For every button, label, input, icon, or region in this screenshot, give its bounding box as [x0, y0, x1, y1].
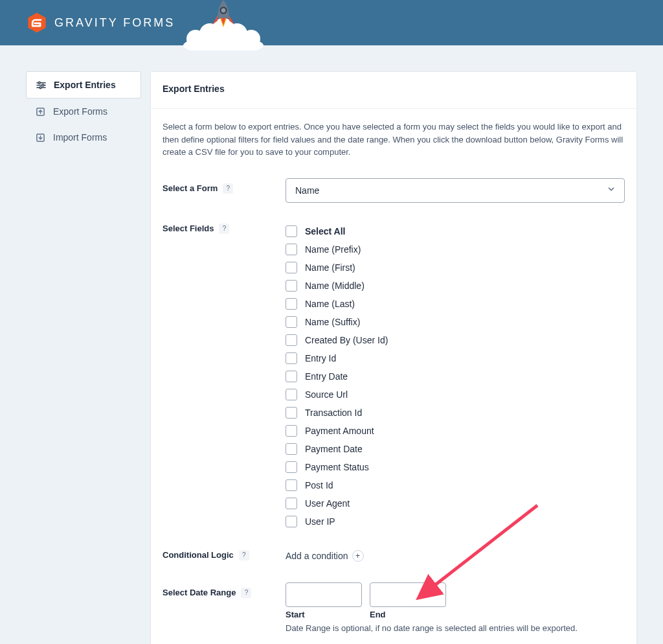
- field-label[interactable]: Name (Prefix): [305, 244, 361, 255]
- upload-icon: [35, 106, 45, 117]
- help-icon[interactable]: ?: [241, 588, 251, 598]
- app-header: GRAVITY FORMS: [0, 0, 663, 45]
- field-item: Created By (User Id): [286, 332, 625, 348]
- field-checkbox[interactable]: [286, 425, 297, 437]
- field-item: Payment Amount: [286, 423, 625, 439]
- field-label[interactable]: Entry Id: [305, 353, 336, 363]
- date-range-label: Select Date Range: [163, 588, 236, 597]
- field-checkbox[interactable]: [286, 371, 297, 382]
- download-icon: [35, 132, 45, 143]
- field-label[interactable]: Payment Amount: [305, 426, 374, 436]
- field-label[interactable]: User Agent: [305, 498, 350, 509]
- field-checkbox[interactable]: [286, 479, 297, 491]
- field-item: Name (Last): [286, 296, 625, 312]
- sidebar-item-import-forms[interactable]: Import Forms: [26, 124, 141, 150]
- field-label[interactable]: Entry Date: [305, 371, 348, 382]
- field-item: Name (Suffix): [286, 314, 625, 330]
- conditional-logic-label: Conditional Logic: [163, 550, 234, 560]
- field-item: User Agent: [286, 496, 625, 511]
- sidebar-nav: Export Entries Export Forms Import For: [26, 71, 141, 644]
- svg-point-14: [39, 86, 41, 88]
- field-label[interactable]: User IP: [305, 516, 335, 527]
- date-start-label: Start: [286, 610, 362, 619]
- form-select[interactable]: Name: [286, 178, 625, 203]
- help-icon[interactable]: ?: [223, 183, 233, 194]
- field-checkbox[interactable]: [286, 262, 297, 273]
- field-item: Transaction Id: [286, 405, 625, 420]
- svg-point-3: [199, 23, 220, 44]
- select-fields-label: Select Fields: [163, 224, 214, 233]
- field-item: Source Url: [286, 387, 625, 402]
- field-item: Entry Date: [286, 369, 625, 384]
- row-select-form: Select a Form ? Name: [163, 178, 625, 203]
- field-label[interactable]: Payment Status: [305, 462, 369, 472]
- field-label[interactable]: Transaction Id: [305, 408, 362, 418]
- field-checkbox[interactable]: [286, 352, 297, 364]
- panel-body: Select a form below to export entries. O…: [151, 109, 636, 644]
- sidebar-item-label: Export Forms: [53, 106, 107, 117]
- field-checkbox[interactable]: [286, 316, 297, 328]
- field-list: Select AllName (Prefix)Name (First)Name …: [286, 224, 625, 529]
- field-label[interactable]: Payment Date: [305, 444, 363, 454]
- field-label[interactable]: Select All: [305, 226, 346, 236]
- field-checkbox[interactable]: [286, 461, 297, 473]
- svg-point-4: [227, 23, 247, 44]
- svg-point-10: [38, 82, 40, 84]
- field-label[interactable]: Created By (User Id): [305, 335, 388, 345]
- field-item: Entry Id: [286, 351, 625, 366]
- field-checkbox[interactable]: [286, 516, 297, 527]
- field-label[interactable]: Source Url: [305, 389, 348, 400]
- svg-point-7: [220, 7, 227, 14]
- field-label[interactable]: Name (Middle): [305, 281, 365, 291]
- svg-point-2: [186, 30, 205, 48]
- field-label[interactable]: Name (Suffix): [305, 317, 360, 327]
- date-end-input[interactable]: [370, 582, 446, 607]
- brand-logo: GRAVITY FORMS: [26, 12, 175, 34]
- field-checkbox[interactable]: [286, 298, 297, 310]
- date-start-input[interactable]: [286, 582, 362, 607]
- control-col: Start End Date Range is optional, if no …: [286, 582, 625, 633]
- field-item: Name (Prefix): [286, 242, 625, 257]
- field-item: Select All: [286, 224, 625, 239]
- help-icon[interactable]: ?: [239, 550, 249, 560]
- field-label[interactable]: Name (Last): [305, 299, 355, 309]
- label-col: Select Fields ?: [163, 224, 286, 234]
- field-checkbox[interactable]: [286, 389, 297, 400]
- date-end-label: End: [370, 610, 446, 619]
- field-checkbox[interactable]: [286, 334, 297, 346]
- field-item: Name (First): [286, 260, 625, 275]
- field-item: User IP: [286, 514, 625, 529]
- row-select-fields: Select Fields ? Select AllName (Prefix)N…: [163, 224, 625, 529]
- rocket-illustration: [181, 0, 259, 53]
- field-item: Payment Status: [286, 459, 625, 475]
- date-inputs: [286, 582, 625, 607]
- field-checkbox[interactable]: [286, 225, 297, 237]
- field-checkbox[interactable]: [286, 498, 297, 509]
- sliders-icon: [36, 80, 46, 90]
- field-item: Payment Date: [286, 441, 625, 457]
- control-col: Select AllName (Prefix)Name (First)Name …: [286, 224, 625, 529]
- field-checkbox[interactable]: [286, 443, 297, 455]
- field-label[interactable]: Post Id: [305, 480, 333, 490]
- gravity-forms-logo-icon: [26, 12, 48, 34]
- sidebar-item-export-entries[interactable]: Export Entries: [26, 71, 141, 98]
- field-checkbox[interactable]: [286, 407, 297, 419]
- row-date-range: Select Date Range ? Start End Date Range…: [163, 582, 625, 633]
- sidebar-item-label: Export Entries: [54, 80, 116, 90]
- row-conditional-logic: Conditional Logic ? Add a condition +: [163, 550, 625, 562]
- field-checkbox[interactable]: [286, 280, 297, 292]
- field-item: Post Id: [286, 477, 625, 493]
- brand-name: GRAVITY FORMS: [54, 16, 175, 30]
- form-select-value: Name: [295, 185, 319, 196]
- field-label[interactable]: Name (First): [305, 262, 355, 273]
- page-body: Export Entries Export Forms Import For: [0, 45, 663, 644]
- control-col: Name: [286, 178, 625, 203]
- add-condition-button[interactable]: Add a condition +: [286, 550, 364, 562]
- control-col: Add a condition +: [286, 550, 625, 562]
- date-labels: Start End: [286, 610, 625, 619]
- plus-icon: +: [352, 550, 364, 562]
- panel-header: Export Entries: [151, 72, 636, 109]
- help-icon[interactable]: ?: [219, 224, 229, 234]
- field-checkbox[interactable]: [286, 244, 297, 255]
- sidebar-item-export-forms[interactable]: Export Forms: [26, 98, 141, 124]
